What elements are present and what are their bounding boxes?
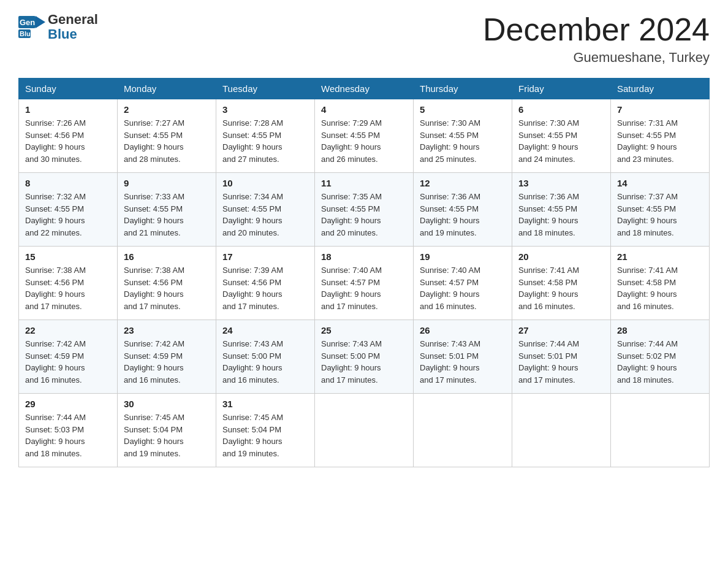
calendar-cell: 8 Sunrise: 7:32 AMSunset: 4:55 PMDayligh…: [19, 173, 118, 247]
calendar-cell: 1 Sunrise: 7:26 AMSunset: 4:56 PMDayligh…: [19, 99, 118, 173]
day-info: Sunrise: 7:29 AMSunset: 4:55 PMDaylight:…: [321, 118, 382, 164]
day-number: 27: [518, 325, 604, 335]
calendar-cell: 28 Sunrise: 7:44 AMSunset: 5:02 PMDaylig…: [611, 320, 710, 394]
day-number: 24: [222, 325, 308, 335]
day-info: Sunrise: 7:42 AMSunset: 4:59 PMDaylight:…: [124, 339, 184, 385]
calendar-table: SundayMondayTuesdayWednesdayThursdayFrid…: [18, 78, 710, 467]
week-row-2: 8 Sunrise: 7:32 AMSunset: 4:55 PMDayligh…: [19, 173, 710, 247]
calendar-cell: 19 Sunrise: 7:40 AMSunset: 4:57 PMDaylig…: [414, 247, 512, 320]
day-number: 31: [222, 399, 308, 409]
day-number: 2: [124, 104, 210, 115]
day-info: Sunrise: 7:40 AMSunset: 4:57 PMDaylight:…: [321, 266, 382, 311]
day-number: 4: [321, 104, 407, 115]
calendar-cell: 16 Sunrise: 7:38 AMSunset: 4:56 PMDaylig…: [118, 247, 216, 320]
day-number: 23: [124, 325, 210, 335]
week-row-5: 29 Sunrise: 7:44 AMSunset: 5:03 PMDaylig…: [19, 394, 710, 467]
day-info: Sunrise: 7:45 AMSunset: 5:04 PMDaylight:…: [222, 413, 283, 458]
svg-text:Blue: Blue: [20, 30, 34, 37]
day-info: Sunrise: 7:43 AMSunset: 5:00 PMDaylight:…: [222, 339, 283, 385]
logo: Gen Blue General Blue: [18, 12, 98, 42]
calendar-cell: 17 Sunrise: 7:39 AMSunset: 4:56 PMDaylig…: [216, 247, 315, 320]
calendar-cell: 11 Sunrise: 7:35 AMSunset: 4:55 PMDaylig…: [315, 173, 414, 247]
day-info: Sunrise: 7:42 AMSunset: 4:59 PMDaylight:…: [25, 339, 86, 385]
calendar-cell: 7 Sunrise: 7:31 AMSunset: 4:55 PMDayligh…: [611, 99, 710, 173]
day-info: Sunrise: 7:27 AMSunset: 4:55 PMDaylight:…: [124, 118, 184, 164]
day-number: 14: [617, 178, 703, 188]
week-row-3: 15 Sunrise: 7:38 AMSunset: 4:56 PMDaylig…: [19, 247, 710, 320]
day-info: Sunrise: 7:30 AMSunset: 4:55 PMDaylight:…: [518, 118, 579, 164]
week-row-4: 22 Sunrise: 7:42 AMSunset: 4:59 PMDaylig…: [19, 320, 710, 394]
calendar-cell: 29 Sunrise: 7:44 AMSunset: 5:03 PMDaylig…: [19, 394, 118, 467]
day-info: Sunrise: 7:44 AMSunset: 5:02 PMDaylight:…: [617, 339, 678, 385]
day-number: 17: [222, 251, 308, 262]
day-number: 25: [321, 325, 407, 335]
calendar-cell: 9 Sunrise: 7:33 AMSunset: 4:55 PMDayligh…: [118, 173, 216, 247]
logo-general-text: General: [48, 12, 98, 27]
calendar-cell: 23 Sunrise: 7:42 AMSunset: 4:59 PMDaylig…: [118, 320, 216, 394]
calendar-cell: 20 Sunrise: 7:41 AMSunset: 4:58 PMDaylig…: [512, 247, 611, 320]
day-info: Sunrise: 7:31 AMSunset: 4:55 PMDaylight:…: [617, 118, 678, 164]
day-info: Sunrise: 7:35 AMSunset: 4:55 PMDaylight:…: [321, 192, 382, 237]
day-info: Sunrise: 7:36 AMSunset: 4:55 PMDaylight:…: [420, 192, 480, 237]
day-info: Sunrise: 7:39 AMSunset: 4:56 PMDaylight:…: [222, 266, 283, 311]
calendar-cell: [315, 394, 414, 467]
calendar-cell: [414, 394, 512, 467]
calendar-cell: 21 Sunrise: 7:41 AMSunset: 4:58 PMDaylig…: [611, 247, 710, 320]
day-number: 26: [420, 325, 506, 335]
day-number: 19: [420, 251, 506, 262]
calendar-cell: 6 Sunrise: 7:30 AMSunset: 4:55 PMDayligh…: [512, 99, 611, 173]
calendar-cell: [611, 394, 710, 467]
calendar-cell: 27 Sunrise: 7:44 AMSunset: 5:01 PMDaylig…: [512, 320, 611, 394]
day-number: 1: [25, 104, 111, 115]
day-info: Sunrise: 7:34 AMSunset: 4:55 PMDaylight:…: [222, 192, 283, 237]
calendar-cell: 14 Sunrise: 7:37 AMSunset: 4:55 PMDaylig…: [611, 173, 710, 247]
calendar-cell: 12 Sunrise: 7:36 AMSunset: 4:55 PMDaylig…: [414, 173, 512, 247]
column-header-thursday: Thursday: [414, 79, 512, 99]
day-number: 8: [25, 178, 111, 188]
day-info: Sunrise: 7:41 AMSunset: 4:58 PMDaylight:…: [518, 266, 579, 311]
calendar-cell: 30 Sunrise: 7:45 AMSunset: 5:04 PMDaylig…: [118, 394, 216, 467]
day-number: 3: [222, 104, 308, 115]
day-info: Sunrise: 7:38 AMSunset: 4:56 PMDaylight:…: [25, 266, 86, 311]
svg-text:Gen: Gen: [20, 18, 35, 27]
calendar-cell: 13 Sunrise: 7:36 AMSunset: 4:55 PMDaylig…: [512, 173, 611, 247]
calendar-header-row: SundayMondayTuesdayWednesdayThursdayFrid…: [19, 79, 710, 99]
day-info: Sunrise: 7:43 AMSunset: 5:01 PMDaylight:…: [420, 339, 480, 385]
day-info: Sunrise: 7:38 AMSunset: 4:56 PMDaylight:…: [124, 266, 184, 311]
column-header-monday: Monday: [118, 79, 216, 99]
svg-marker-2: [36, 16, 45, 28]
day-number: 12: [420, 178, 506, 188]
logo-blue-text: Blue: [48, 27, 98, 42]
column-header-saturday: Saturday: [611, 79, 710, 99]
calendar-cell: 2 Sunrise: 7:27 AMSunset: 4:55 PMDayligh…: [118, 99, 216, 173]
day-number: 9: [124, 178, 210, 188]
column-header-tuesday: Tuesday: [216, 79, 315, 99]
calendar-cell: 25 Sunrise: 7:43 AMSunset: 5:00 PMDaylig…: [315, 320, 414, 394]
day-number: 15: [25, 251, 111, 262]
day-info: Sunrise: 7:45 AMSunset: 5:04 PMDaylight:…: [124, 413, 184, 458]
day-number: 20: [518, 251, 604, 262]
day-info: Sunrise: 7:40 AMSunset: 4:57 PMDaylight:…: [420, 266, 480, 311]
day-number: 22: [25, 325, 111, 335]
column-header-wednesday: Wednesday: [315, 79, 414, 99]
day-number: 10: [222, 178, 308, 188]
day-info: Sunrise: 7:26 AMSunset: 4:56 PMDaylight:…: [25, 118, 86, 164]
calendar-cell: 31 Sunrise: 7:45 AMSunset: 5:04 PMDaylig…: [216, 394, 315, 467]
column-header-friday: Friday: [512, 79, 611, 99]
day-number: 7: [617, 104, 703, 115]
calendar-cell: [512, 394, 611, 467]
day-info: Sunrise: 7:33 AMSunset: 4:55 PMDaylight:…: [124, 192, 184, 237]
calendar-cell: 3 Sunrise: 7:28 AMSunset: 4:55 PMDayligh…: [216, 99, 315, 173]
title-section: December 2024 Guemueshane, Turkey: [483, 12, 710, 66]
week-row-1: 1 Sunrise: 7:26 AMSunset: 4:56 PMDayligh…: [19, 99, 710, 173]
day-info: Sunrise: 7:36 AMSunset: 4:55 PMDaylight:…: [518, 192, 579, 237]
calendar-cell: 22 Sunrise: 7:42 AMSunset: 4:59 PMDaylig…: [19, 320, 118, 394]
month-title: December 2024: [483, 12, 710, 47]
day-number: 6: [518, 104, 604, 115]
calendar-cell: 24 Sunrise: 7:43 AMSunset: 5:00 PMDaylig…: [216, 320, 315, 394]
calendar-cell: 26 Sunrise: 7:43 AMSunset: 5:01 PMDaylig…: [414, 320, 512, 394]
calendar-cell: 4 Sunrise: 7:29 AMSunset: 4:55 PMDayligh…: [315, 99, 414, 173]
page-header: Gen Blue General Blue December 2024 Guem…: [18, 12, 710, 66]
day-number: 5: [420, 104, 506, 115]
day-info: Sunrise: 7:44 AMSunset: 5:01 PMDaylight:…: [518, 339, 579, 385]
